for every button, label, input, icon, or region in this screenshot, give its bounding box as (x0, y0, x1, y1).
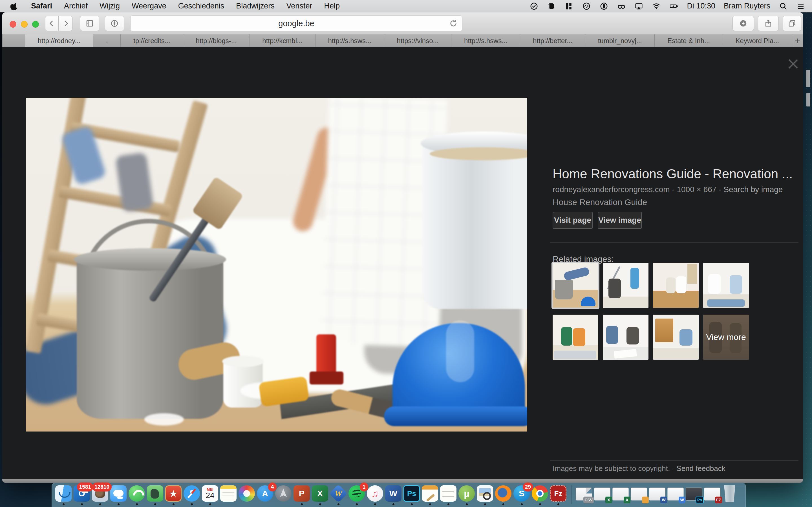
view-more-thumbnail[interactable]: View more (703, 315, 749, 360)
dock-filezilla[interactable]: Fz (550, 485, 566, 502)
menubar-clock[interactable]: Di 10:30 (687, 2, 715, 10)
tab-blogs[interactable]: http://blogs-... (183, 34, 250, 47)
dock-evernote[interactable] (147, 485, 163, 502)
dock-powerpoint[interactable]: P (294, 485, 310, 502)
dock-photos[interactable] (239, 485, 255, 502)
creative-cloud-icon[interactable] (617, 2, 626, 11)
tab-overview-button[interactable] (783, 16, 801, 31)
tab-keyword[interactable]: Keyword Pla... (723, 34, 792, 47)
tab-partial[interactable] (2, 34, 25, 47)
main-image[interactable] (26, 98, 527, 432)
address-bar[interactable]: google.be (130, 15, 462, 31)
dock-launchpad[interactable] (275, 485, 292, 502)
close-icon[interactable] (786, 57, 800, 70)
menu-item-bladwijzers[interactable]: Bladwijzers (236, 2, 274, 10)
related-thumbnail[interactable] (553, 315, 598, 360)
menu-app-name[interactable]: Safari (31, 2, 52, 10)
dock-chrome[interactable] (532, 485, 548, 502)
related-thumbnail[interactable] (653, 263, 699, 308)
dock-wunderlist[interactable]: ★ (165, 485, 182, 502)
menu-item-venster[interactable]: Venster (287, 2, 312, 10)
dock-min-wgem[interactable]: W (667, 485, 684, 502)
tab-hsws-2[interactable]: http://s.hsws... (451, 34, 520, 47)
new-tab-button[interactable]: + (792, 34, 803, 47)
reload-icon[interactable] (449, 18, 458, 28)
sidebar-button[interactable] (80, 16, 99, 31)
tab-rodney[interactable]: http://rodney... (25, 34, 93, 47)
dock-min-pages[interactable] (631, 485, 647, 502)
battery-charging-icon[interactable] (669, 2, 678, 11)
related-thumbnail[interactable] (603, 263, 649, 308)
back-button[interactable] (45, 16, 59, 31)
dock-trash[interactable] (722, 485, 739, 502)
share-button[interactable] (758, 16, 779, 31)
menu-item-archief[interactable]: Archief (64, 2, 88, 10)
related-thumbnail-current[interactable] (553, 263, 598, 308)
tab-estate[interactable]: Estate & Inh... (654, 34, 722, 47)
downloads-button[interactable] (732, 16, 754, 31)
dock-mail[interactable]: 12810 (92, 485, 108, 502)
shazam-icon[interactable] (582, 2, 591, 11)
zoom-window-button[interactable] (32, 21, 39, 27)
related-thumbnail[interactable] (703, 263, 749, 308)
close-window-button[interactable] (10, 21, 16, 27)
apple-menu-icon[interactable] (10, 2, 19, 11)
onepassword-toolbar-button[interactable] (105, 16, 124, 31)
forward-button[interactable] (59, 16, 72, 31)
airplay-display-icon[interactable] (635, 2, 644, 11)
related-thumbnail[interactable] (603, 315, 649, 360)
menu-item-weergave[interactable]: Weergave (132, 2, 166, 10)
dock-min-filezilla[interactable]: FZ (704, 485, 720, 502)
dock-app-store[interactable]: A4 (257, 485, 273, 502)
dock-min-csv[interactable]: CSV (576, 485, 592, 502)
menubar-user[interactable]: Bram Ruyters (724, 2, 770, 10)
dock-min-photoshop[interactable]: Ps (686, 485, 702, 502)
tab-credits[interactable]: tp://credits... (120, 34, 183, 47)
dock-photoshop[interactable]: Ps (403, 485, 420, 502)
panels-icon[interactable] (564, 2, 573, 11)
dock-preview[interactable] (477, 485, 493, 502)
view-image-button[interactable]: View image (598, 212, 642, 229)
dock-spotify[interactable]: 1 (349, 485, 365, 502)
dock-safari[interactable] (184, 485, 200, 502)
tab-kcmbl[interactable]: http://kcmbl... (250, 34, 315, 47)
related-thumbnail[interactable] (653, 315, 699, 360)
tab-dot[interactable]: . (93, 34, 120, 47)
evernote-icon[interactable] (547, 2, 556, 11)
dock-min-word[interactable]: W (649, 485, 665, 502)
dock-pages[interactable] (422, 485, 438, 502)
dock-excel[interactable]: X (312, 485, 328, 502)
wifi-icon[interactable] (652, 2, 661, 11)
todo-check-icon[interactable] (529, 2, 539, 11)
visit-page-button[interactable]: Visit page (553, 212, 593, 229)
dock-itunes[interactable]: ♫ (367, 485, 383, 502)
menu-item-wijzig[interactable]: Wijzig (100, 2, 120, 10)
search-by-image-link[interactable]: Search by image (723, 185, 783, 194)
dock-messages[interactable] (110, 485, 126, 502)
tab-hsws-1[interactable]: http://s.hsws... (315, 34, 384, 47)
notification-center-icon[interactable] (796, 2, 805, 11)
dock-utorrent[interactable]: µ (458, 485, 475, 502)
minimize-window-button[interactable] (21, 21, 28, 27)
tab-better[interactable]: http://better... (520, 34, 585, 47)
send-feedback-link[interactable]: Send feedback (676, 464, 725, 473)
dock-finder[interactable] (55, 485, 71, 502)
menu-item-help[interactable]: Help (324, 2, 340, 10)
onepassword-icon[interactable] (599, 2, 608, 11)
view-more-label[interactable]: View more (703, 315, 749, 360)
tab-tumblr[interactable]: tumblr_novyj... (585, 34, 655, 47)
dock-skype[interactable]: S29 (513, 485, 530, 502)
dock-calendar[interactable]: MEI24 (202, 485, 218, 502)
dock-phone[interactable] (129, 485, 145, 502)
dock-outlook[interactable]: O1581 (73, 485, 90, 502)
dock-min-excel-2[interactable]: X (612, 485, 629, 502)
dock-w-gem[interactable]: W (330, 485, 347, 502)
dock-textedit[interactable] (440, 485, 456, 502)
spotlight-search-icon[interactable] (779, 2, 788, 11)
dock-firefox[interactable] (495, 485, 511, 502)
dock-word[interactable]: W (385, 485, 402, 502)
tab-vinso[interactable]: https://vinso... (384, 34, 451, 47)
menu-item-geschiedenis[interactable]: Geschiedenis (178, 2, 224, 10)
dock-notes[interactable] (220, 485, 237, 502)
dock-min-excel-1[interactable]: X (594, 485, 610, 502)
